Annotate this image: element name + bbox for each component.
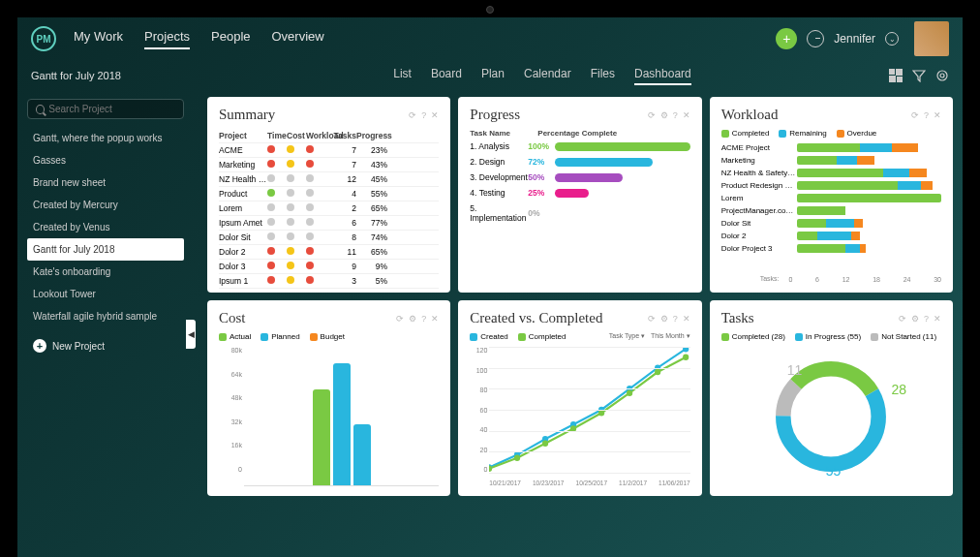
search-box[interactable]: [27, 99, 184, 119]
sidebar-item[interactable]: Gantt for July 2018: [27, 238, 184, 261]
filter-icon[interactable]: [912, 69, 926, 82]
sidebar-item[interactable]: Gasses: [27, 149, 184, 171]
card-refresh-icon[interactable]: ⟳: [899, 314, 906, 324]
table-row[interactable]: Dolor Sit874%: [219, 231, 439, 245]
tasks-legend: Completed (28)In Progress (55)Not Starte…: [721, 332, 941, 341]
tab-files[interactable]: Files: [591, 67, 615, 85]
sidebar-item[interactable]: Gantt, where the popup works: [27, 127, 184, 149]
new-project-label: New Project: [52, 341, 105, 352]
sidebar-item[interactable]: Lookout Tower: [27, 283, 184, 305]
sidebar-item[interactable]: Created by Venus: [27, 216, 184, 238]
card-close-icon[interactable]: ✕: [683, 314, 690, 324]
nav-my-work[interactable]: My Work: [74, 29, 123, 49]
card-settings-icon[interactable]: ⚙: [911, 314, 919, 324]
card-toolbar: ⟳⚙?✕: [899, 314, 941, 324]
svg-point-20: [655, 369, 660, 376]
donut-value-completed: 28: [891, 382, 906, 397]
view-tabs: List Board Plan Calendar Files Dashboard: [196, 67, 889, 85]
new-project-button[interactable]: + New Project: [27, 333, 184, 358]
card-close-icon[interactable]: ✕: [934, 314, 941, 324]
user-menu-chevron-icon[interactable]: ⌄: [885, 32, 899, 46]
col-task-name: Task Name: [470, 129, 537, 138]
table-row[interactable]: ACME723%: [219, 143, 439, 158]
table-row[interactable]: Ipsum 135%: [219, 274, 439, 289]
svg-point-21: [683, 355, 689, 361]
sidebar-collapse-handle[interactable]: ◀: [186, 320, 196, 349]
card-cost: Cost ⟳⚙?✕ Actual Planned Budget 80k64k48…: [207, 300, 450, 496]
card-help-icon[interactable]: ?: [924, 314, 929, 324]
workload-row: Dolor Sit: [721, 219, 941, 228]
tab-calendar[interactable]: Calendar: [524, 67, 571, 85]
table-row[interactable]: Marketing743%: [219, 158, 439, 172]
table-row[interactable]: Ipsum Amet677%: [219, 216, 439, 231]
card-settings-icon[interactable]: ⚙: [660, 110, 668, 120]
svg-point-5: [940, 74, 944, 77]
app-logo[interactable]: PM: [31, 26, 56, 51]
card-title: Progress: [470, 107, 647, 123]
card-help-icon[interactable]: ?: [673, 314, 678, 324]
card-created-completed: Created vs. Completed ⟳⚙?✕ Created Compl…: [458, 300, 701, 496]
clock-icon[interactable]: [807, 30, 824, 47]
cost-legend: Actual Planned Budget: [219, 332, 439, 341]
sidebar-item[interactable]: Created by Mercury: [27, 194, 184, 216]
card-refresh-icon[interactable]: ⟳: [911, 110, 919, 120]
top-nav: My Work Projects People Overview: [74, 29, 776, 49]
svg-point-4: [937, 71, 947, 80]
line-yaxis: 120100806040200: [470, 347, 487, 473]
col-header: Cost: [287, 131, 306, 140]
card-refresh-icon[interactable]: ⟳: [648, 110, 656, 120]
nav-people[interactable]: People: [211, 29, 250, 49]
table-row[interactable]: Product455%: [219, 187, 439, 201]
settings-icon[interactable]: [935, 69, 949, 82]
card-close-icon[interactable]: ✕: [683, 110, 690, 120]
card-refresh-icon[interactable]: ⟳: [648, 314, 656, 324]
add-button[interactable]: +: [776, 28, 797, 49]
card-refresh-icon[interactable]: ⟳: [396, 314, 404, 324]
topbar: PM My Work Projects People Overview + Je…: [17, 17, 963, 60]
card-toolbar: ⟳⚙?✕: [396, 314, 439, 324]
task-type-dropdown[interactable]: Task Type ▾: [609, 332, 645, 340]
tab-list[interactable]: List: [393, 67, 412, 85]
card-help-icon[interactable]: ?: [673, 110, 678, 120]
sidebar-item[interactable]: Kate's onboarding: [27, 261, 184, 283]
card-close-icon[interactable]: ✕: [431, 110, 439, 120]
table-row[interactable]: Dolor 21165%: [219, 245, 439, 260]
submenu: Gantt for July 2018 List Board Plan Cale…: [17, 60, 963, 91]
progress-row: 1. Analysis100%: [470, 141, 689, 151]
card-refresh-icon[interactable]: ⟳: [409, 110, 416, 120]
progress-row: 2. Design72%: [470, 157, 689, 167]
card-toolbar: ⟳?✕: [911, 110, 941, 120]
table-row[interactable]: Dolor 399%: [219, 260, 439, 274]
card-help-icon[interactable]: ?: [924, 110, 929, 120]
nav-overview[interactable]: Overview: [272, 29, 324, 49]
workload-row: Product Redesign We…: [721, 181, 941, 190]
card-settings-icon[interactable]: ⚙: [409, 314, 416, 324]
period-dropdown[interactable]: This Month ▾: [651, 332, 690, 340]
tab-dashboard[interactable]: Dashboard: [634, 67, 691, 85]
card-close-icon[interactable]: ✕: [431, 314, 439, 324]
donut-value-not-started: 11: [787, 362, 803, 378]
svg-rect-1: [897, 69, 903, 75]
tab-plan[interactable]: Plan: [481, 67, 505, 85]
donut-value-in-progress: 55: [826, 463, 842, 479]
card-settings-icon[interactable]: ⚙: [660, 314, 668, 324]
sidebar-item[interactable]: Waterfall agile hybrid sample: [27, 305, 184, 327]
tab-board[interactable]: Board: [431, 67, 462, 85]
plus-icon: +: [33, 339, 46, 353]
nav-projects[interactable]: Projects: [144, 29, 190, 49]
legend-item: Completed (28): [721, 332, 785, 341]
grid-view-icon[interactable]: [889, 69, 903, 82]
sidebar-item[interactable]: Brand new sheet: [27, 171, 184, 194]
card-title: Tasks: [721, 310, 899, 326]
progress-row: 5. Implementation0%: [470, 203, 689, 223]
workload-row: ACME Project: [721, 143, 941, 152]
card-workload: Workload ⟳?✕ Completed Remaining Overdue…: [710, 97, 953, 293]
card-help-icon[interactable]: ?: [421, 110, 426, 120]
card-close-icon[interactable]: ✕: [934, 110, 941, 120]
card-help-icon[interactable]: ?: [421, 314, 426, 324]
table-row[interactable]: Lorem265%: [219, 201, 439, 216]
table-row[interactable]: NZ Health & Sa…1245%: [219, 172, 439, 187]
search-input[interactable]: [48, 104, 175, 114]
user-avatar[interactable]: [914, 21, 949, 56]
user-name: Jennifer: [834, 32, 875, 46]
